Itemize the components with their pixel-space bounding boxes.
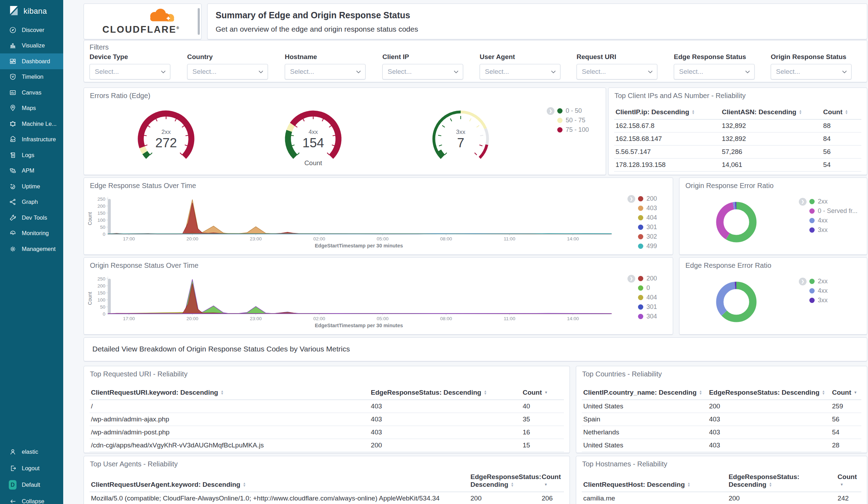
sidebar-item-machine-le[interactable]: Machine Le... bbox=[0, 116, 63, 132]
sort-desc-icon: ▼ bbox=[544, 483, 547, 486]
legend-item-3xx[interactable]: ❯3xx bbox=[799, 225, 857, 235]
filter-select-country[interactable]: Select... bbox=[187, 64, 268, 79]
sidebar-item-canvas[interactable]: Canvas bbox=[0, 85, 63, 101]
legend-item-4xx[interactable]: ❯4xx bbox=[799, 216, 857, 225]
legend-item-0[interactable]: ❯0 bbox=[627, 283, 657, 293]
filter-select-hostname[interactable]: Select... bbox=[285, 64, 366, 79]
sidebar-item-visualize[interactable]: Visualize bbox=[0, 38, 63, 54]
chevron-right-icon[interactable]: ❯ bbox=[799, 198, 807, 206]
sidebar-item-uptime[interactable]: Uptime bbox=[0, 179, 63, 194]
sidebar-item-infrastructure[interactable]: Infrastructure bbox=[0, 132, 63, 148]
svg-text:23:00: 23:00 bbox=[250, 236, 262, 241]
top-client-ips-panel: Top Client IPs and AS Number - Reliabili… bbox=[608, 88, 867, 175]
panel-title: Origin Response Status Over Time bbox=[90, 261, 198, 270]
sidebar-item-label: elastic bbox=[22, 448, 38, 455]
sidebar-item-logout[interactable]: Logout bbox=[0, 460, 63, 477]
legend-item-301[interactable]: ❯301 bbox=[627, 302, 657, 312]
column-header-count[interactable]: Count▼ bbox=[830, 386, 861, 400]
legend-item-0-50[interactable]: ❯0 - 50 bbox=[547, 106, 589, 116]
sidebar-item-management[interactable]: Management bbox=[0, 241, 63, 257]
column-header-edgeresponsestatus-descending[interactable]: EdgeResponseStatus: Descending▲▼ bbox=[369, 386, 521, 400]
top-requested-uri-panel: Top Requested URI - Reliability ClientRe… bbox=[84, 366, 570, 453]
svg-text:EdgeStartTimestamp per 30 minu: EdgeStartTimestamp per 30 minutes bbox=[315, 323, 403, 328]
panel-title: Top User Agents - Reliability bbox=[90, 460, 178, 468]
legend-item-404[interactable]: ❯404 bbox=[627, 213, 657, 222]
y-axis-scrollbar[interactable] bbox=[108, 279, 111, 314]
column-header-clientrequesthost-descending[interactable]: ClientRequestHost: Descending▲▼ bbox=[582, 470, 727, 492]
sidebar-item-monitoring[interactable]: Monitoring bbox=[0, 226, 63, 241]
filter-label: Request URI bbox=[577, 53, 657, 61]
series-403 bbox=[108, 200, 612, 234]
column-header-clientip-ip-descending[interactable]: ClientIP.ip: Descending▲▼ bbox=[614, 105, 721, 119]
legend-item-3xx[interactable]: ❯3xx bbox=[799, 296, 828, 305]
column-header-count[interactable]: Count▼ bbox=[540, 470, 564, 492]
legend-color-dot bbox=[809, 288, 815, 293]
select-placeholder: Select... bbox=[192, 68, 217, 76]
origin-response-over-time-panel: Origin Response Status Over Time 0501001… bbox=[84, 257, 673, 335]
y-axis-scrollbar[interactable] bbox=[108, 199, 111, 234]
svg-text:08:00: 08:00 bbox=[440, 236, 452, 241]
legend-label: 404 bbox=[646, 294, 657, 301]
sidebar-item-maps[interactable]: Maps bbox=[0, 101, 63, 116]
sidebar-item-label: Monitoring bbox=[22, 230, 49, 237]
legend-item-2xx[interactable]: ❯2xx bbox=[799, 197, 857, 206]
sidebar-item-logs[interactable]: Logs bbox=[0, 147, 63, 163]
sidebar-item-dashboard[interactable]: Dashboard bbox=[0, 53, 63, 69]
sidebar-item-discover[interactable]: Discover bbox=[0, 22, 63, 38]
legend-item-200[interactable]: ❯200 bbox=[627, 274, 657, 283]
filter-select-device-type[interactable]: Select... bbox=[90, 64, 170, 79]
sidebar-nav: DiscoverVisualizeDashboardTimelionCanvas… bbox=[0, 22, 63, 257]
legend-item-200[interactable]: ❯200 bbox=[627, 194, 657, 203]
legend-item-499[interactable]: ❯499 bbox=[627, 241, 657, 251]
select-placeholder: Select... bbox=[582, 68, 606, 76]
legend-item-0-served-fr[interactable]: ❯0 - Served fr... bbox=[799, 206, 857, 216]
legend-item-50-75[interactable]: ❯50 - 75 bbox=[547, 116, 589, 125]
sidebar-item-label: Infrastructure bbox=[22, 136, 56, 143]
legend-item-2xx[interactable]: ❯2xx bbox=[799, 277, 828, 286]
svg-text:272: 272 bbox=[155, 136, 177, 150]
logout-icon bbox=[9, 465, 17, 472]
legend-item-4xx[interactable]: ❯4xx bbox=[799, 286, 828, 296]
sidebar-item-apm[interactable]: APM bbox=[0, 163, 63, 179]
sidebar-item-elastic[interactable]: elastic bbox=[0, 444, 63, 460]
column-header-count[interactable]: Count▲▼ bbox=[822, 105, 861, 119]
sidebar-item-timelion[interactable]: Timelion bbox=[0, 69, 63, 85]
legend-item-75-100[interactable]: ❯75 - 100 bbox=[547, 125, 589, 135]
column-header-clientip-country-name-descending[interactable]: ClientIP.country_name: Descending▲▼ bbox=[582, 386, 708, 400]
sort-icon: ▲▼ bbox=[511, 482, 514, 487]
svg-text:11:00: 11:00 bbox=[504, 316, 515, 321]
filter-select-edge-response-status[interactable]: Select... bbox=[674, 64, 755, 79]
column-header-count[interactable]: Count▼ bbox=[521, 386, 564, 400]
edge-error-donut bbox=[712, 277, 761, 327]
chevron-right-icon[interactable]: ❯ bbox=[627, 275, 635, 283]
column-header-count[interactable]: Count▼ bbox=[836, 470, 861, 492]
panel-title: Errors Ratio (Edge) bbox=[90, 92, 150, 100]
legend-item-302[interactable]: ❯302 bbox=[627, 232, 657, 241]
sidebar-footer: elasticLogoutDDefaultCollapse bbox=[0, 444, 63, 504]
legend-item-301[interactable]: ❯301 bbox=[627, 222, 657, 232]
column-header-edgeresponsestatus-descending[interactable]: EdgeResponseStatus: Descending▲▼ bbox=[469, 470, 540, 492]
legend-item-304[interactable]: ❯304 bbox=[627, 312, 657, 321]
chevron-right-icon[interactable]: ❯ bbox=[547, 107, 554, 115]
filter-select-user-agent[interactable]: Select... bbox=[480, 64, 560, 79]
sidebar-item-dev-tools[interactable]: Dev Tools bbox=[0, 210, 63, 226]
legend-item-403[interactable]: ❯403 bbox=[627, 203, 657, 213]
logo-panel-scrollbar[interactable] bbox=[198, 8, 200, 35]
chevron-right-icon[interactable]: ❯ bbox=[799, 278, 807, 285]
column-header-clientrequesturi-keyword-descending[interactable]: ClientRequestURI.keyword: Descending▲▼ bbox=[90, 386, 369, 400]
legend-item-404[interactable]: ❯404 bbox=[627, 293, 657, 302]
filter-select-request-uri[interactable]: Select... bbox=[577, 64, 657, 79]
table-row: /cdn-cgi/apps/head/xVgyKhR-vV3dAUGhMqfBc… bbox=[90, 439, 564, 452]
filter-select-origin-response-status[interactable]: Select... bbox=[771, 64, 851, 79]
filter-select-client-ip[interactable]: Select... bbox=[382, 64, 463, 79]
column-header-edgeresponsestatus-descending[interactable]: EdgeResponseStatus: Descending▲▼ bbox=[727, 470, 836, 492]
sidebar-item-graph[interactable]: Graph bbox=[0, 194, 63, 210]
kibana-logo[interactable]: kibana bbox=[0, 0, 63, 22]
sidebar-item-default[interactable]: DDefault bbox=[0, 477, 63, 493]
sidebar-item-collapse[interactable]: Collapse bbox=[0, 493, 63, 504]
chevron-right-icon[interactable]: ❯ bbox=[627, 195, 635, 203]
column-header-clientasn-descending[interactable]: ClientASN: Descending▲▼ bbox=[721, 105, 822, 119]
sidebar-item-label: Graph bbox=[22, 199, 38, 205]
column-header-clientrequestuseragent-keyword-descending[interactable]: ClientRequestUserAgent.keyword: Descendi… bbox=[90, 470, 469, 492]
column-header-edgeresponsestatus-descending[interactable]: EdgeResponseStatus: Descending▲▼ bbox=[708, 386, 830, 400]
